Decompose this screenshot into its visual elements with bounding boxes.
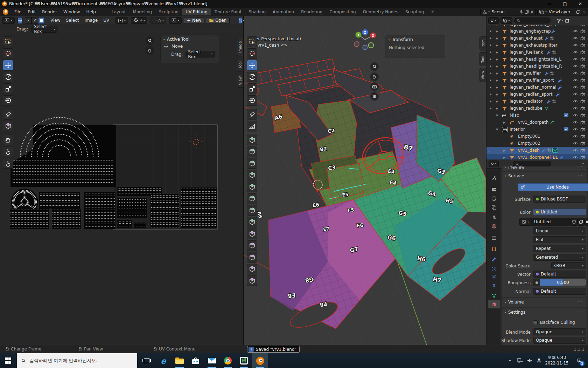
tool-cursor[interactable] [247,48,257,59]
editor-type-selector[interactable]: ▾ [2,17,15,24]
outliner-row[interactable]: ▶legvan_fueltank [486,49,588,56]
close-button[interactable]: ✕ [573,0,588,8]
properties-tab-world[interactable] [488,222,500,230]
object-name[interactable]: legvan_radiator [510,99,542,104]
object-name[interactable]: legvan_muffler [510,71,541,76]
disable-render-icon[interactable] [580,36,585,41]
tool-relax[interactable] [3,146,13,157]
outliner-filter-button[interactable]: ▾ [556,18,563,23]
disable-render-icon[interactable] [580,25,585,27]
hide-eye-icon[interactable] [573,92,578,97]
menu-edit[interactable]: Edit [24,8,39,15]
backface-culling-checkbox[interactable] [533,320,538,325]
expand-arrow[interactable]: ▶ [496,100,498,103]
uv-drag-mode-dropdown[interactable]: Select Box▾ [31,26,57,33]
sidebar-tab-item[interactable]: Item [479,36,486,50]
properties-tab-modifiers[interactable] [488,254,500,263]
properties-tab-scene[interactable] [488,212,500,221]
object-name[interactable]: legvan_muffler_sport [510,78,554,83]
surface-shader-field[interactable]: Diffuse BSDF [533,196,586,203]
tool-poly-build[interactable] [247,205,257,216]
tool-rip[interactable] [3,121,13,131]
outliner-row[interactable]: ▶legvan_headlightcable_R [486,63,588,70]
preview-panel[interactable]: ▾Preview:::: [502,166,587,171]
hide-eye-icon[interactable] [573,127,578,132]
projection-dropdown[interactable]: Flat▾ [533,236,586,243]
tool-rotate[interactable] [3,72,13,82]
expand-arrow[interactable]: ▶ [496,30,498,33]
object-name[interactable]: Empty.002 [518,141,540,146]
viewlayer-selector[interactable]: ▾ ViewLayer [537,9,587,15]
object-name[interactable]: vrv1_doorpanel_BL [518,155,558,159]
clock[interactable]: 오후 6:432022-11-15 [544,353,570,368]
menu-file[interactable]: File [11,8,24,15]
disable-render-icon[interactable] [580,134,585,139]
expand-arrow[interactable]: ▶ [503,121,505,124]
vector-field[interactable]: Default [533,271,586,278]
disable-render-icon[interactable] [580,92,585,97]
tool-select-box[interactable] [247,36,257,47]
interpolation-dropdown[interactable]: Linear▾ [533,227,586,234]
properties-tab-render[interactable] [488,185,500,193]
properties-tab-physics[interactable] [488,273,500,281]
transform-panel-title[interactable]: Transform [392,37,413,42]
image-browse-icon[interactable]: ▾ [519,218,531,226]
outliner-row[interactable]: ▶vrv1_doorpanel_BL [486,154,588,159]
menu-help[interactable]: Help [83,8,99,15]
uv-select-vertex-button[interactable] [25,17,31,24]
taskbar-app-store[interactable] [188,353,204,368]
vp-camera-view-button[interactable] [370,82,379,91]
properties-context-icon[interactable]: ⛭▾ [489,161,499,167]
fake-user-button[interactable] [570,218,578,226]
tool-pinch[interactable] [3,158,13,169]
uv-menu-image[interactable]: Image [82,17,101,24]
outliner-row[interactable]: ▶legvan_headlightcable_L [486,56,588,63]
vp-ortho-toggle-button[interactable]: ⊞ [370,92,379,101]
object-name[interactable]: legvan_radtube [510,106,542,111]
tool-select-box[interactable] [3,36,13,47]
blend-mode-dropdown[interactable]: Opaque▾ [533,328,586,335]
hide-eye-icon[interactable] [573,71,578,76]
taskbar-app-explorer[interactable] [172,353,188,368]
tool-annotate[interactable] [3,109,13,120]
maximize-button[interactable]: □ [557,0,573,8]
source-dropdown[interactable]: Generated▾ [533,254,586,261]
workspace-tab-texture-paint[interactable]: Texture Paint [211,8,245,15]
properties-search-input[interactable] [513,161,551,167]
surface-panel-title[interactable]: Surface [508,173,524,178]
use-nodes-button[interactable]: Use Nodes [518,183,588,191]
taskbar-app-edge[interactable]: e [155,353,172,368]
outliner-row[interactable]: ▶legvan_engbaycrap [486,28,588,35]
sidebar-tab-view[interactable]: View [479,68,486,82]
properties-tab-output[interactable] [488,194,500,203]
notification-center-icon[interactable]: 3 [573,353,585,368]
blender-menu-icon[interactable] [3,9,8,15]
uv-select-face-button[interactable] [38,17,45,24]
expand-arrow[interactable]: ▶ [496,51,498,54]
disable-render-icon[interactable] [580,57,585,62]
start-button[interactable] [0,353,16,368]
tool-shear[interactable] [247,264,257,274]
outliner-row[interactable]: Empty.001 [486,133,588,140]
disable-render-icon[interactable] [580,78,585,83]
menu-window[interactable]: Window [60,8,83,15]
tool-knife[interactable] [247,193,257,204]
hide-eye-icon[interactable] [573,43,578,48]
object-name[interactable]: legvan_fueltank [510,50,543,55]
tool-add-cube[interactable] [247,135,257,145]
sidebar-tab-view[interactable]: View [237,74,243,88]
active-tool-title[interactable]: Active Tool [167,37,189,42]
new-image-button[interactable]: +New [184,17,204,24]
tool-move[interactable] [247,60,257,70]
outliner-row[interactable]: ▶legvan_exhaust [486,35,588,42]
workspace-tab-rendering[interactable]: Rendering [298,8,326,15]
task-view-button[interactable] [139,353,155,368]
tool-spin[interactable] [247,217,257,227]
sidebar-tab-tool[interactable]: Tool [237,58,243,72]
tool-edge-slide[interactable] [247,240,257,251]
hide-eye-icon[interactable] [573,29,578,34]
ime-indicator[interactable]: A [535,353,543,368]
disable-render-icon[interactable] [580,85,585,90]
taskbar-app-chrome[interactable] [220,353,236,368]
image-browse-selector[interactable]: ▾ [169,17,182,24]
